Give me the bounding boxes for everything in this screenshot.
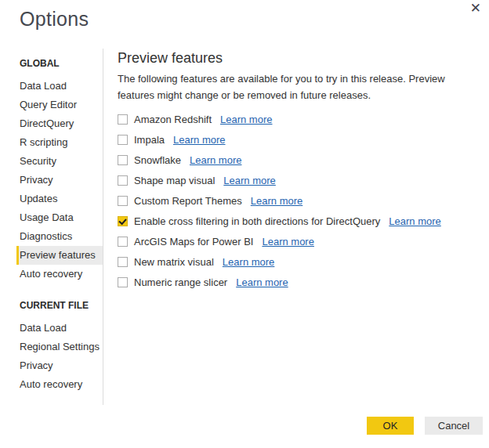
cancel-button[interactable]: Cancel <box>425 417 483 435</box>
sidebar-section-global: GLOBAL <box>20 58 103 69</box>
sidebar-item-file-data-load[interactable]: Data Load <box>16 319 103 338</box>
learn-more-link[interactable]: Learn more <box>262 236 313 247</box>
checkbox-cross-filtering-directquery[interactable] <box>118 216 128 226</box>
page-title: Preview features <box>118 49 480 67</box>
feature-label: Shape map visual <box>134 175 215 186</box>
description: The following features are available for… <box>118 70 472 103</box>
feature-list: Amazon Redshift Learn more Impala Learn … <box>118 109 480 292</box>
feature-row-shape-map-visual: Shape map visual Learn more <box>118 170 480 190</box>
dialog-title: Options <box>20 8 89 31</box>
feature-row-impala: Impala Learn more <box>118 129 480 150</box>
learn-more-link[interactable]: Learn more <box>190 154 241 166</box>
sidebar-item-security[interactable]: Security <box>16 152 103 171</box>
feature-label: Snowflake <box>134 154 181 166</box>
sidebar-item-auto-recovery[interactable]: Auto recovery <box>16 265 103 284</box>
feature-label: Enable cross filtering in both direction… <box>134 215 380 227</box>
sidebar-section-current-file: CURRENT FILE <box>20 300 103 311</box>
sidebar-item-r-scripting[interactable]: R scripting <box>16 133 103 152</box>
checkbox-numeric-range-slicer[interactable] <box>118 277 128 287</box>
sidebar-item-regional-settings[interactable]: Regional Settings <box>16 338 103 356</box>
feature-label: Amazon Redshift <box>134 114 212 125</box>
feature-row-cross-filtering-directquery: Enable cross filtering in both direction… <box>118 211 480 231</box>
learn-more-link[interactable]: Learn more <box>389 215 440 227</box>
feature-row-snowflake: Snowflake Learn more <box>118 150 480 170</box>
learn-more-link[interactable]: Learn more <box>220 114 272 125</box>
sidebar-item-diagnostics[interactable]: Diagnostics <box>16 227 103 246</box>
sidebar-item-data-load[interactable]: Data Load <box>16 77 103 96</box>
checkbox-shape-map-visual[interactable] <box>118 175 128 186</box>
feature-label: Numeric range slicer <box>134 276 227 288</box>
checkbox-custom-report-themes[interactable] <box>118 196 128 206</box>
feature-label: ArcGIS Maps for Power BI <box>134 236 253 247</box>
sidebar-item-query-editor[interactable]: Query Editor <box>16 96 103 114</box>
learn-more-link[interactable]: Learn more <box>236 276 288 288</box>
sidebar-item-directquery[interactable]: DirectQuery <box>16 114 103 133</box>
checkbox-amazon-redshift[interactable] <box>118 114 128 125</box>
feature-row-amazon-redshift: Amazon Redshift Learn more <box>118 109 480 129</box>
learn-more-link[interactable]: Learn more <box>173 134 225 146</box>
checkbox-impala[interactable] <box>118 135 128 145</box>
close-icon[interactable]: ✕ <box>467 0 484 16</box>
feature-label: New matrix visual <box>134 256 214 268</box>
checkbox-new-matrix-visual[interactable] <box>118 257 128 267</box>
checkbox-snowflake[interactable] <box>118 155 128 165</box>
learn-more-link[interactable]: Learn more <box>251 195 302 207</box>
feature-row-custom-report-themes: Custom Report Themes Learn more <box>118 190 480 211</box>
options-sidebar: GLOBAL Data Load Query Editor DirectQuer… <box>0 49 103 405</box>
learn-more-link[interactable]: Learn more <box>223 256 274 268</box>
sidebar-item-usage-data[interactable]: Usage Data <box>16 208 103 227</box>
sidebar-item-privacy[interactable]: Privacy <box>16 171 103 190</box>
ok-button[interactable]: OK <box>367 417 414 435</box>
sidebar-item-preview-features[interactable]: Preview features <box>16 246 103 265</box>
sidebar-item-updates[interactable]: Updates <box>16 190 103 208</box>
sidebar-item-file-auto-recovery[interactable]: Auto recovery <box>16 375 103 394</box>
feature-row-new-matrix-visual: New matrix visual Learn more <box>118 251 480 272</box>
feature-label: Impala <box>134 134 165 146</box>
feature-row-arcgis-maps: ArcGIS Maps for Power BI Learn more <box>118 231 480 251</box>
checkbox-arcgis-maps[interactable] <box>118 237 128 247</box>
feature-label: Custom Report Themes <box>134 195 242 207</box>
sidebar-item-file-privacy[interactable]: Privacy <box>16 356 103 375</box>
preview-features-pane: Preview features The following features … <box>118 49 480 292</box>
learn-more-link[interactable]: Learn more <box>223 175 275 186</box>
feature-row-numeric-range-slicer: Numeric range slicer Learn more <box>118 272 480 292</box>
